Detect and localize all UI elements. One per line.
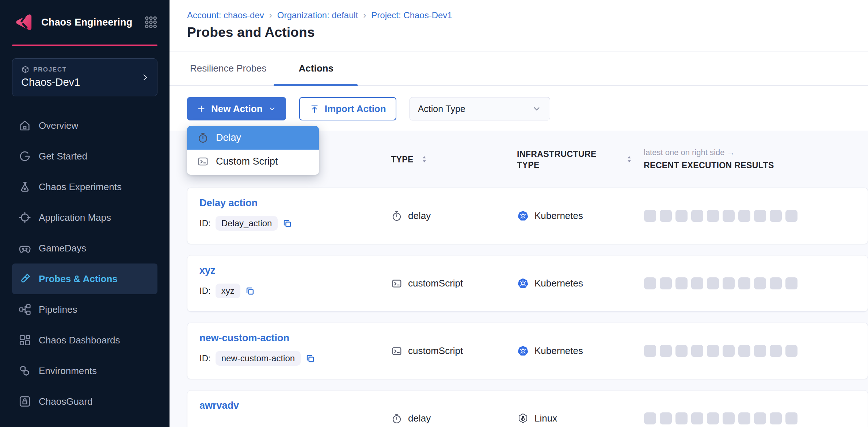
import-action-button[interactable]: Import Action xyxy=(299,97,396,120)
recent-execution-results xyxy=(644,210,868,222)
tab-resilience-probes[interactable]: Resilience Probes xyxy=(190,63,267,74)
execution-result-placeholder xyxy=(754,345,766,357)
app-title: Chaos Engineering xyxy=(41,17,132,28)
recent-execution-results xyxy=(644,345,868,357)
sidebar-item-chaosguard[interactable]: ChaosGuard xyxy=(12,386,157,417)
execution-result-placeholder xyxy=(770,277,782,289)
table-body: Delay actionID:Delay_actiondelayKubernet… xyxy=(187,188,868,427)
project-selector[interactable]: PROJECT Chaos-Dev1 xyxy=(12,58,157,96)
sidebar-item-gamedays[interactable]: GameDays xyxy=(12,233,157,263)
infrastructure-value: Kubernetes xyxy=(534,278,583,289)
action-name-link[interactable]: awrvadv xyxy=(199,400,239,411)
copy-icon[interactable] xyxy=(282,219,292,228)
type-cell: delay xyxy=(391,210,517,222)
table-row[interactable]: new-custom-actionID:new-custom-actioncus… xyxy=(187,323,868,379)
table-row[interactable]: Delay actionID:Delay_actiondelayKubernet… xyxy=(187,188,868,244)
sidebar-item-chaos-dashboards[interactable]: Chaos Dashboards xyxy=(12,325,157,355)
table-row[interactable]: xyzID:xyzcustomScriptKubernetes xyxy=(187,255,868,312)
id-label: ID: xyxy=(199,353,211,363)
sidebar-item-get-started[interactable]: Get Started xyxy=(12,141,157,172)
new-action-button[interactable]: New Action xyxy=(187,97,286,120)
execution-result-placeholder xyxy=(644,345,656,357)
execution-result-placeholder xyxy=(675,345,688,357)
execution-result-placeholder xyxy=(660,345,672,357)
box-icon xyxy=(21,65,30,74)
id-label: ID: xyxy=(199,218,211,228)
execution-result-placeholder xyxy=(707,210,719,222)
type-cell: customScript xyxy=(391,278,517,289)
sidebar-item-application-maps[interactable]: Application Maps xyxy=(12,202,157,233)
sidebar-item-environments[interactable]: Environments xyxy=(12,355,157,386)
test-tube-icon xyxy=(18,272,31,285)
infrastructure-value: Kubernetes xyxy=(534,210,583,222)
execution-result-placeholder xyxy=(723,277,735,289)
sort-icon[interactable] xyxy=(419,154,429,164)
execution-result-placeholder xyxy=(723,345,735,357)
home-icon xyxy=(18,119,31,132)
execution-result-placeholder xyxy=(738,345,750,357)
execution-result-placeholder xyxy=(707,412,719,424)
name-cell: xyzID:xyz xyxy=(199,255,391,311)
sidebar-item-overview[interactable]: Overview xyxy=(12,110,157,141)
infrastructure-cell: Kubernetes xyxy=(517,210,644,222)
breadcrumb-separator: › xyxy=(363,10,366,20)
sidebar-item-label: Pipelines xyxy=(39,304,77,315)
execution-result-placeholder xyxy=(675,412,688,424)
sidebar-item-probes-actions[interactable]: Probes & Actions xyxy=(12,263,157,294)
execution-result-placeholder xyxy=(785,210,797,222)
chevron-down-icon xyxy=(268,104,277,113)
results-note: latest one on right side → xyxy=(644,148,735,157)
breadcrumb-link[interactable]: Account: chaos-dev xyxy=(187,10,264,20)
sidebar-item-label: Application Maps xyxy=(39,212,111,223)
project-label: PROJECT xyxy=(33,66,67,73)
action-name-link[interactable]: new-custom-action xyxy=(199,332,289,344)
brand-divider xyxy=(12,45,157,46)
breadcrumb-link[interactable]: Project: Chaos-Dev1 xyxy=(371,10,452,20)
infrastructure-cell: Kubernetes xyxy=(517,278,644,289)
stopwatch-icon xyxy=(197,132,209,143)
copy-icon[interactable] xyxy=(305,354,315,363)
stopwatch-icon xyxy=(391,211,402,222)
action-type-filter[interactable]: Action Type xyxy=(410,97,550,120)
table-row[interactable]: awrvadvID:delayLinux xyxy=(187,390,868,427)
execution-result-placeholder xyxy=(785,277,797,289)
sidebar-item-chaos-experiments[interactable]: Chaos Experiments xyxy=(12,172,157,202)
upload-icon xyxy=(309,104,320,114)
execution-result-placeholder xyxy=(754,412,766,424)
name-cell: Delay actionID:Delay_action xyxy=(199,188,391,244)
kubernetes-icon xyxy=(517,210,529,222)
actions-table: TYPE INFRASTRUCTURE TYPE latest one on r… xyxy=(170,131,868,427)
execution-result-placeholder xyxy=(785,412,797,424)
column-header-type: TYPE xyxy=(391,154,517,165)
execution-result-placeholder xyxy=(723,210,735,222)
execution-result-placeholder xyxy=(707,345,719,357)
sidebar-item-label: ChaosGuard xyxy=(39,396,92,407)
action-name-link[interactable]: xyz xyxy=(199,265,216,276)
sidebar-item-label: Chaos Experiments xyxy=(39,181,122,193)
chevron-right-icon xyxy=(140,73,150,82)
sidebar-item-label: Get Started xyxy=(39,151,87,162)
dropdown-item-delay[interactable]: Delay xyxy=(187,126,319,150)
id-row: ID:Delay_action xyxy=(199,216,391,231)
linux-icon xyxy=(517,413,529,424)
sort-icon[interactable] xyxy=(624,154,634,164)
dropdown-item-custom-script[interactable]: Custom Script xyxy=(187,150,319,173)
tab-actions[interactable]: Actions xyxy=(299,63,334,74)
copy-icon[interactable] xyxy=(245,286,255,296)
terminal-icon xyxy=(391,346,402,357)
execution-result-placeholder xyxy=(660,277,672,289)
execution-result-placeholder xyxy=(754,277,766,289)
app-switcher-grid-icon[interactable] xyxy=(144,16,157,29)
action-name-link[interactable]: Delay action xyxy=(199,197,258,209)
recent-execution-results xyxy=(644,412,868,424)
execution-result-placeholder xyxy=(754,210,766,222)
stopwatch-icon xyxy=(391,413,402,424)
execution-result-placeholder xyxy=(691,210,703,222)
type-value: customScript xyxy=(408,278,463,289)
sidebar-item-pipelines[interactable]: Pipelines xyxy=(12,294,157,325)
active-tab-underline xyxy=(274,84,358,86)
flask-icon xyxy=(18,180,31,193)
breadcrumb-link[interactable]: Organization: default xyxy=(277,10,358,20)
id-label: ID: xyxy=(199,286,211,296)
plus-icon xyxy=(197,104,206,114)
